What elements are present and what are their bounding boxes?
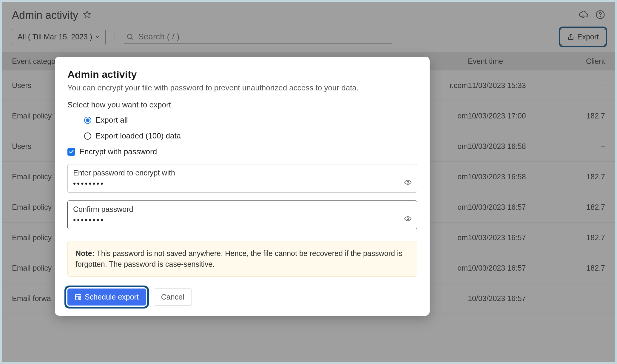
confirm-password-label: Confirm password: [73, 205, 400, 214]
eye-icon[interactable]: [404, 179, 411, 187]
svg-point-6: [407, 181, 409, 183]
encrypt-label: Encrypt with password: [79, 147, 157, 156]
select-export-label: Select how you want to export: [67, 100, 417, 109]
eye-icon[interactable]: [404, 215, 411, 223]
checkbox-icon: [67, 148, 75, 156]
radio-export-all[interactable]: Export all: [84, 115, 417, 125]
modal-title: Admin activity: [67, 69, 417, 80]
radio-label: Export loaded (100) data: [95, 131, 181, 141]
password-label: Enter password to encrypt with: [73, 169, 400, 177]
note-box: Note: This password is not saved anywher…: [67, 241, 417, 277]
encrypt-checkbox[interactable]: Encrypt with password: [67, 147, 417, 156]
radio-icon: [84, 132, 91, 140]
calendar-clock-icon: [75, 293, 82, 300]
confirm-password-value: ••••••••: [73, 215, 400, 225]
schedule-label: Schedule export: [85, 293, 139, 301]
radio-export-loaded[interactable]: Export loaded (100) data: [84, 131, 417, 141]
note-text: This password is not saved anywhere. Hen…: [75, 249, 402, 268]
svg-point-7: [407, 218, 409, 220]
password-value: ••••••••: [73, 179, 400, 188]
radio-label: Export all: [95, 115, 128, 125]
radio-icon: [84, 117, 91, 124]
schedule-export-button[interactable]: Schedule export: [67, 289, 146, 306]
cancel-button[interactable]: Cancel: [154, 289, 192, 306]
export-modal: Admin activity You can encrypt your file…: [55, 57, 430, 316]
password-field[interactable]: Enter password to encrypt with ••••••••: [67, 164, 417, 193]
cancel-label: Cancel: [161, 293, 184, 301]
modal-subtitle: You can encrypt your file with password …: [67, 83, 417, 92]
confirm-password-field[interactable]: Confirm password ••••••••: [67, 200, 417, 229]
note-prefix: Note:: [75, 249, 95, 257]
